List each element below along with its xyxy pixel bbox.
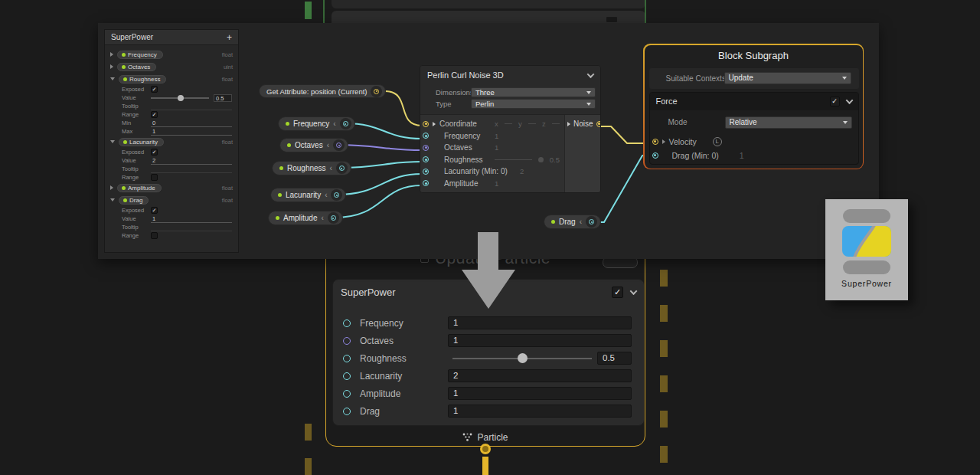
expander-icon[interactable] xyxy=(110,64,113,69)
suitable-contexts-dropdown[interactable]: Update xyxy=(724,72,851,84)
roughness-port[interactable] xyxy=(423,156,429,162)
lacunarity-param-node[interactable]: Lacunarity ‹ xyxy=(270,188,346,202)
exposed-checkbox[interactable]: ✓ xyxy=(151,207,158,214)
collapse-icon[interactable]: ‹ xyxy=(325,192,327,199)
range-checkbox[interactable] xyxy=(151,174,158,181)
drag-port[interactable] xyxy=(652,152,658,159)
dropdown-arrow-icon xyxy=(843,121,848,124)
chevron-down-icon[interactable] xyxy=(587,70,595,78)
block-title: SuperPower xyxy=(341,287,396,298)
param-drag[interactable]: Drag float xyxy=(105,194,238,206)
lacunarity-output-port[interactable] xyxy=(334,192,339,198)
velocity-port[interactable] xyxy=(652,139,658,145)
expander-icon[interactable] xyxy=(110,198,115,201)
octaves-param-node[interactable]: Octaves ‹ xyxy=(279,138,348,152)
collapse-icon[interactable]: ‹ xyxy=(327,142,329,149)
min-field[interactable]: 0 xyxy=(151,120,232,127)
add-parameter-button[interactable]: + xyxy=(227,32,232,43)
frequency-param-node[interactable]: Frequency ‹ xyxy=(278,116,355,131)
drag-param-node[interactable]: Drag ‹ xyxy=(544,215,601,229)
chevron-down-icon[interactable] xyxy=(630,287,638,295)
perlin-curl-noise-node[interactable]: Perlin Curl Noise 3D Dimensions Three Ty… xyxy=(420,65,601,193)
roughness-port[interactable] xyxy=(343,355,351,362)
lacunarity-port[interactable] xyxy=(423,169,429,175)
octaves-port[interactable] xyxy=(423,145,429,151)
amplitude-output-port[interactable] xyxy=(331,215,336,221)
context-footer-label: Particle xyxy=(477,432,508,443)
flow-dash-gold-right xyxy=(660,270,668,475)
param-octaves[interactable]: Octaves uint xyxy=(105,61,238,73)
tooltip-field[interactable] xyxy=(151,165,232,173)
get-attribute-node[interactable]: Get Attribute: position (Current) xyxy=(259,84,386,98)
param-roughness[interactable]: Roughness float xyxy=(105,73,238,85)
param-lacunarity[interactable]: Lacunarity float xyxy=(105,136,238,148)
lacunarity-input[interactable]: 2 xyxy=(448,369,632,382)
max-field[interactable]: 1 xyxy=(151,128,232,136)
superpower-asset-card[interactable]: SuperPower xyxy=(825,199,908,300)
expander-icon[interactable] xyxy=(110,140,115,143)
octaves-input[interactable]: 1 xyxy=(448,334,632,347)
amplitude-param-node[interactable]: Amplitude ‹ xyxy=(268,211,343,225)
drag-port[interactable] xyxy=(343,408,351,415)
exposed-checkbox[interactable]: ✓ xyxy=(151,86,158,93)
noise-output-port[interactable] xyxy=(596,121,601,127)
amplitude-input[interactable]: 1 xyxy=(448,387,632,400)
expander-icon[interactable] xyxy=(433,122,436,126)
param-frequency[interactable]: Frequency float xyxy=(105,48,238,61)
position-output-port[interactable] xyxy=(374,89,379,94)
force-header[interactable]: Force ✓ xyxy=(650,93,858,110)
collapse-icon[interactable]: ‹ xyxy=(330,165,332,172)
block-header[interactable]: SuperPower ✓ xyxy=(333,280,644,304)
roughness-input[interactable]: 0.5 xyxy=(597,352,632,365)
range-checkbox[interactable]: ✓ xyxy=(151,111,158,118)
amplitude-port[interactable] xyxy=(343,390,351,398)
collapse-icon[interactable]: ‹ xyxy=(580,218,582,226)
octaves-output-port[interactable] xyxy=(336,142,341,148)
expander-icon[interactable] xyxy=(662,139,665,144)
range-checkbox[interactable] xyxy=(151,232,158,239)
context-output-port[interactable] xyxy=(480,444,491,454)
exposed-checkbox[interactable]: ✓ xyxy=(151,149,158,156)
coordinate-port[interactable] xyxy=(423,121,429,127)
local-space-badge[interactable]: L xyxy=(713,137,722,146)
frequency-input[interactable]: 1 xyxy=(448,316,632,329)
collapse-icon[interactable]: ‹ xyxy=(333,120,335,128)
update-particle-context[interactable]: Update Particle SuperPower ✓ Frequency 1… xyxy=(325,247,645,447)
force-enabled-checkbox[interactable]: ✓ xyxy=(830,97,840,106)
lacunarity-value-field[interactable]: 2 xyxy=(151,157,232,165)
input-amplitude: Amplitude 1 xyxy=(420,178,564,190)
lacunarity-port[interactable] xyxy=(343,372,351,380)
block-subgraph-panel[interactable]: Block Subgraph Suitable Contexts Update … xyxy=(643,44,864,169)
roughness-param-node[interactable]: Roughness ‹ xyxy=(272,161,351,175)
drag-input[interactable]: 1 xyxy=(448,405,632,418)
tooltip-field[interactable] xyxy=(151,224,232,231)
expander-icon[interactable] xyxy=(110,77,115,80)
roughness-output-port[interactable] xyxy=(339,165,345,171)
expander-icon[interactable] xyxy=(110,52,113,57)
dimensions-dropdown[interactable]: Three xyxy=(471,87,596,97)
drag-output-port[interactable] xyxy=(589,219,594,224)
frequency-port[interactable] xyxy=(423,133,429,139)
roughness-slider-handle[interactable] xyxy=(518,353,528,363)
roughness-slider-handle[interactable] xyxy=(178,95,184,101)
type-dropdown[interactable]: Perlin xyxy=(471,99,596,109)
frequency-output-port[interactable] xyxy=(343,121,348,126)
collapse-icon[interactable]: ‹ xyxy=(321,215,323,222)
octaves-port[interactable] xyxy=(343,337,351,345)
param-amplitude[interactable]: Amplitude float xyxy=(105,182,238,194)
asset-icon xyxy=(842,226,891,257)
frequency-port[interactable] xyxy=(343,319,351,327)
block-enabled-checkbox[interactable]: ✓ xyxy=(612,287,623,298)
amplitude-port[interactable] xyxy=(423,180,429,186)
chevron-down-icon[interactable] xyxy=(845,97,853,104)
tooltip-field[interactable] xyxy=(151,103,232,110)
roughness-value-field[interactable]: 0.5 xyxy=(214,94,232,102)
flow-edge xyxy=(482,457,488,475)
force-block[interactable]: Force ✓ Mode Relative Velocity L Drag (M… xyxy=(649,92,859,165)
roughness-slider-track[interactable] xyxy=(151,97,209,99)
mode-dropdown[interactable]: Relative xyxy=(725,116,852,129)
expander-icon[interactable] xyxy=(110,185,113,190)
superpower-block[interactable]: SuperPower ✓ Frequency 1 Octaves 1 Rough… xyxy=(332,279,645,426)
drag-value-field[interactable]: 1 xyxy=(151,215,232,223)
node-title-bar[interactable]: Perlin Curl Noise 3D xyxy=(420,66,600,84)
